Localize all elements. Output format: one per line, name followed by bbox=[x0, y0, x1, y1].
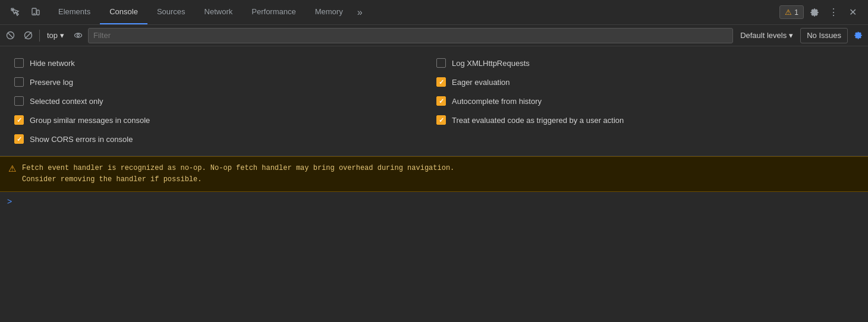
more-options-button[interactable]: ⋮ bbox=[825, 4, 842, 21]
close-devtools-button[interactable]: ✕ bbox=[844, 4, 861, 21]
settings-button[interactable] bbox=[806, 4, 823, 21]
hide-network-checkbox[interactable] bbox=[14, 58, 24, 68]
clear-console-button[interactable] bbox=[2, 28, 18, 43]
settings-left-col: Hide network Preserve log Selected conte… bbox=[12, 53, 434, 149]
warning-line-1: Fetch event handler is recognized as no-… bbox=[22, 164, 454, 172]
group-similar-label: Group similar messages in console bbox=[30, 116, 150, 125]
selected-context-checkbox-row[interactable]: Selected context only bbox=[12, 91, 434, 111]
tab-console[interactable]: Console bbox=[100, 0, 147, 24]
selected-context-checkbox[interactable] bbox=[14, 96, 24, 106]
warning-message-row: ⚠ Fetch event handler is recognized as n… bbox=[0, 156, 868, 192]
treat-evaluated-label: Treat evaluated code as triggered by a u… bbox=[452, 116, 624, 125]
selected-context-label: Selected context only bbox=[30, 97, 103, 106]
hide-network-checkbox-row[interactable]: Hide network bbox=[12, 53, 434, 72]
log-xmlhttprequests-label: Log XMLHttpRequests bbox=[452, 59, 530, 68]
tabs: Elements Console Sources Network Perform… bbox=[49, 0, 775, 24]
log-xmlhttprequests-checkbox-row[interactable]: Log XMLHttpRequests bbox=[434, 53, 856, 72]
show-cors-label: Show CORS errors in console bbox=[30, 135, 133, 144]
context-selector[interactable]: top ▾ bbox=[43, 30, 68, 41]
device-icon[interactable] bbox=[27, 4, 44, 21]
toolbar-divider bbox=[39, 30, 40, 42]
inspect-icon[interactable] bbox=[7, 4, 24, 21]
treat-evaluated-checkbox[interactable] bbox=[436, 115, 446, 125]
tab-elements[interactable]: Elements bbox=[49, 0, 100, 24]
tab-sources[interactable]: Sources bbox=[147, 0, 195, 24]
filter-input[interactable] bbox=[88, 28, 733, 43]
group-similar-checkbox[interactable] bbox=[14, 115, 24, 125]
log-xmlhttprequests-checkbox[interactable] bbox=[436, 58, 446, 68]
tab-network[interactable]: Network bbox=[195, 0, 243, 24]
settings-right-col: Log XMLHttpRequests Eager evaluation Aut… bbox=[434, 53, 856, 149]
svg-line-5 bbox=[8, 33, 13, 38]
hide-network-label: Hide network bbox=[30, 59, 75, 68]
tab-bar: Elements Console Sources Network Perform… bbox=[0, 0, 868, 25]
warning-message-text: Fetch event handler is recognized as no-… bbox=[22, 163, 454, 185]
autocomplete-history-checkbox-row[interactable]: Autocomplete from history bbox=[434, 91, 856, 111]
eager-evaluation-label: Eager evaluation bbox=[452, 78, 510, 87]
more-tabs-button[interactable]: » bbox=[353, 7, 367, 18]
tab-memory[interactable]: Memory bbox=[306, 0, 353, 24]
preserve-log-checkbox[interactable] bbox=[14, 77, 24, 87]
tab-icons bbox=[2, 4, 49, 21]
console-toolbar: top ▾ Default levels ▾ No Issues bbox=[0, 25, 868, 46]
console-settings-button[interactable] bbox=[850, 28, 866, 43]
preserve-log-checkbox-row[interactable]: Preserve log bbox=[12, 72, 434, 91]
autocomplete-history-checkbox[interactable] bbox=[436, 96, 446, 106]
console-settings-panel: Hide network Preserve log Selected conte… bbox=[0, 46, 868, 156]
stop-recording-button[interactable] bbox=[20, 28, 36, 43]
group-similar-checkbox-row[interactable]: Group similar messages in console bbox=[12, 111, 434, 130]
eye-button[interactable] bbox=[70, 28, 86, 43]
levels-chevron: ▾ bbox=[789, 31, 793, 40]
show-cors-checkbox-row[interactable]: Show CORS errors in console bbox=[12, 130, 434, 149]
eager-evaluation-checkbox[interactable] bbox=[436, 77, 446, 87]
log-levels-dropdown[interactable]: Default levels ▾ bbox=[735, 30, 798, 41]
preserve-log-label: Preserve log bbox=[30, 78, 73, 87]
warning-count: 1 bbox=[794, 8, 798, 17]
tab-bar-right: ⚠ 1 ⋮ ✕ bbox=[775, 4, 866, 21]
no-issues-button[interactable]: No Issues bbox=[800, 28, 848, 43]
svg-point-9 bbox=[77, 34, 79, 37]
console-input-line: > bbox=[0, 192, 868, 211]
warning-icon: ⚠ bbox=[785, 8, 792, 17]
warning-line-2: Consider removing the handler if possibl… bbox=[22, 175, 202, 184]
context-chevron: ▾ bbox=[60, 31, 64, 40]
warning-triangle-icon: ⚠ bbox=[8, 163, 16, 174]
warning-count-badge[interactable]: ⚠ 1 bbox=[779, 5, 804, 19]
tab-performance[interactable]: Performance bbox=[242, 0, 305, 24]
treat-evaluated-checkbox-row[interactable]: Treat evaluated code as triggered by a u… bbox=[434, 111, 856, 130]
levels-label: Default levels bbox=[740, 31, 787, 40]
show-cors-checkbox[interactable] bbox=[14, 134, 24, 144]
eager-evaluation-checkbox-row[interactable]: Eager evaluation bbox=[434, 72, 856, 91]
autocomplete-history-label: Autocomplete from history bbox=[452, 97, 542, 106]
console-prompt-icon: > bbox=[7, 197, 12, 206]
context-label: top bbox=[47, 31, 58, 40]
console-input[interactable] bbox=[17, 197, 861, 206]
svg-rect-2 bbox=[37, 10, 39, 15]
